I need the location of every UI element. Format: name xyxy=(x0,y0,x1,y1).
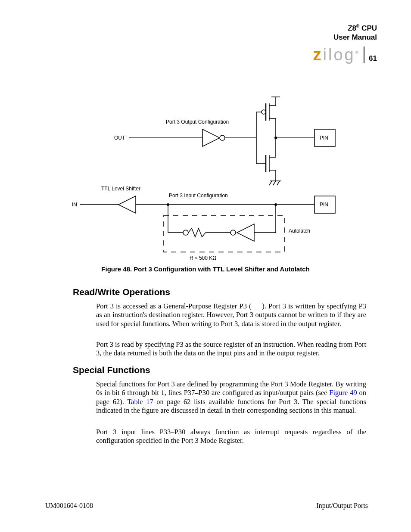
heading-special-functions: Special Functions xyxy=(73,365,150,375)
label-pin-in: PIN xyxy=(320,202,328,208)
sf-paragraph-1: Special functions for Port 3 are defined… xyxy=(96,380,366,415)
hdr-line1-post: CPU xyxy=(359,24,377,32)
footer-doc-id: UM001604-0108 xyxy=(45,502,93,510)
hdr-line1-pre: Z8 xyxy=(348,24,356,32)
label-out: OUT xyxy=(114,135,125,141)
link-figure-49[interactable]: Figure 49 xyxy=(329,389,357,397)
label-r-approx: R ≈ 500 KΩ xyxy=(190,255,216,261)
svg-point-2 xyxy=(220,135,225,140)
zilog-logo: zilog® xyxy=(313,47,365,63)
svg-point-38 xyxy=(183,230,188,235)
label-ttl: TTL Level Shifter xyxy=(101,186,140,192)
sf-p1-part1: Special functions for Port 3 are defined… xyxy=(96,380,366,397)
svg-point-6 xyxy=(262,110,266,114)
svg-line-22 xyxy=(269,181,272,185)
link-table-17[interactable]: Table 17 xyxy=(127,398,153,406)
svg-point-40 xyxy=(230,230,236,235)
logo-rest: ilog xyxy=(323,46,355,64)
hdr-line2: User Manual xyxy=(333,33,377,41)
figure-diagram: Port 3 Output Configuration OUT xyxy=(62,88,347,261)
svg-line-24 xyxy=(277,181,280,185)
fig-caption-lead: Figure 48. xyxy=(101,265,132,273)
rw-paragraph-1: Port 3 is accessed as a General-Purpose … xyxy=(96,302,366,328)
heading-read-write: Read/Write Operations xyxy=(73,287,170,297)
svg-rect-32 xyxy=(164,215,284,252)
rw-paragraph-2: Port 3 is read by specifying P3 as the s… xyxy=(96,340,366,358)
label-autolatch: Autolatch xyxy=(289,228,310,234)
doc-header: Z8® CPU User Manual xyxy=(333,24,377,42)
label-output-conf: Port 3 Output Configuration xyxy=(166,119,229,125)
logo-block: zilog® 61 xyxy=(313,47,377,63)
svg-marker-41 xyxy=(237,224,254,241)
label-in: IN xyxy=(72,202,77,208)
logo-z: z xyxy=(313,46,323,64)
page-number: 61 xyxy=(369,54,377,63)
svg-line-23 xyxy=(273,181,276,185)
svg-marker-1 xyxy=(202,129,220,146)
label-input-conf: Port 3 Input Configuration xyxy=(169,193,228,199)
sf-paragraph-2: Port 3 input lines P33–P30 always functi… xyxy=(96,428,366,445)
svg-marker-29 xyxy=(118,196,136,213)
fig-caption-text: Port 3 Configuration with TTL Level Shif… xyxy=(132,265,310,273)
footer-section-name: Input/Output Ports xyxy=(316,502,368,510)
figure-caption: Figure 48. Port 3 Configuration with TTL… xyxy=(0,265,411,273)
label-pin-out: PIN xyxy=(320,135,328,141)
